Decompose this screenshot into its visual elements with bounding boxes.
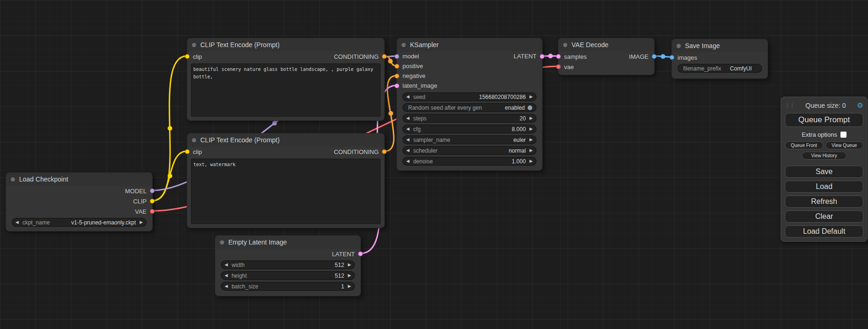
node-header[interactable]: Save Image: [672, 39, 768, 52]
queue-front-button[interactable]: Queue Front: [785, 141, 823, 149]
images-input-slot[interactable]: [670, 55, 674, 60]
latent-output-slot[interactable]: [540, 54, 544, 59]
latent-image-input-slot[interactable]: [395, 84, 399, 88]
node-header[interactable]: VAE Decode: [558, 38, 654, 51]
width-widget[interactable]: ◀ width 512 ▶: [221, 260, 355, 269]
decrement-arrow-icon[interactable]: ◀: [406, 148, 409, 153]
image-output-slot[interactable]: [652, 54, 656, 59]
clip-input-slot[interactable]: [185, 54, 190, 59]
steps-widget[interactable]: ◀ steps 20 ▶: [402, 114, 536, 123]
decrement-arrow-icon[interactable]: ◀: [406, 127, 409, 131]
decrement-arrow-icon[interactable]: ◀: [225, 263, 228, 267]
widget-value: 20: [520, 115, 526, 122]
refresh-button[interactable]: Refresh: [785, 196, 863, 208]
node-empty-latent-image[interactable]: Empty Latent Image LATENT ◀ width 512 ▶ …: [215, 235, 361, 296]
vae-input-slot[interactable]: [556, 64, 561, 69]
collapse-dot-icon[interactable]: [402, 43, 406, 47]
collapse-dot-icon[interactable]: [677, 44, 681, 48]
widget-name: filename_prefix: [683, 65, 721, 72]
extra-options-checkbox[interactable]: [840, 132, 847, 138]
slot-row: MODEL: [6, 186, 152, 196]
node-header[interactable]: Load Checkpoint: [6, 173, 152, 186]
random-seed-toggle-widget[interactable]: Random seed after every gen enabled: [402, 103, 536, 112]
collapse-dot-icon[interactable]: [192, 138, 196, 142]
sampler-name-widget[interactable]: ◀ sampler_name euler ▶: [402, 135, 536, 144]
conditioning-output-slot[interactable]: [382, 54, 387, 59]
positive-input-slot[interactable]: [395, 64, 399, 69]
widget-value: 1.000: [512, 158, 526, 165]
drag-handle-icon[interactable]: ⋮⋮: [785, 103, 794, 109]
decrement-arrow-icon[interactable]: ◀: [406, 95, 409, 99]
slot-label-model-output: MODEL: [125, 188, 147, 195]
node-clip-text-encode-negative[interactable]: CLIP Text Encode (Prompt) clip CONDITION…: [187, 133, 385, 228]
model-input-slot[interactable]: [395, 54, 399, 59]
increment-arrow-icon[interactable]: ▶: [529, 148, 533, 153]
node-clip-text-encode-positive[interactable]: CLIP Text Encode (Prompt) clip CONDITION…: [187, 38, 385, 121]
ckpt-name-widget[interactable]: ◀ ckpt_name v1-5-pruned-emaonly.ckpt ▶: [12, 218, 147, 227]
wire-midpoint-dot: [388, 111, 393, 116]
queue-panel[interactable]: ⋮⋮ Queue size: 0 ⚙ Queue Prompt Extra op…: [781, 97, 868, 242]
decrement-arrow-icon[interactable]: ◀: [406, 159, 409, 163]
slot-row: samples IMAGE: [558, 51, 654, 62]
toggle-dot-icon[interactable]: [528, 105, 532, 110]
collapse-dot-icon[interactable]: [563, 43, 567, 47]
seed-widget[interactable]: ◀ seed 156680208700286 ▶: [402, 92, 536, 101]
queue-prompt-button[interactable]: Queue Prompt: [785, 113, 863, 127]
prompt-textarea[interactable]: text, watermark: [191, 159, 381, 224]
decrement-arrow-icon[interactable]: ◀: [225, 273, 228, 278]
latent-output-slot[interactable]: [358, 252, 363, 256]
node-header[interactable]: CLIP Text Encode (Prompt): [187, 133, 384, 147]
load-button[interactable]: Load: [785, 181, 863, 193]
model-output-slot[interactable]: [150, 189, 155, 193]
node-ksampler[interactable]: KSampler model LATENT positive negative …: [396, 38, 543, 171]
conditioning-output-slot[interactable]: [382, 149, 387, 154]
node-title: Save Image: [685, 42, 720, 49]
node-title: CLIP Text Encode (Prompt): [200, 136, 280, 144]
decrement-arrow-icon[interactable]: ◀: [15, 220, 19, 224]
increment-arrow-icon[interactable]: ▶: [529, 127, 533, 131]
node-load-checkpoint[interactable]: Load Checkpoint MODEL CLIP VAE ◀ ckpt_na…: [6, 172, 153, 231]
cfg-widget[interactable]: ◀ cfg 8.000 ▶: [402, 125, 536, 133]
collapse-dot-icon[interactable]: [192, 43, 196, 47]
load-default-button[interactable]: Load Default: [785, 225, 863, 238]
prompt-textarea[interactable]: beautiful scenery nature glass bottle la…: [191, 63, 381, 117]
batch-size-widget[interactable]: ◀ batch_size 1 ▶: [221, 282, 355, 291]
filename-prefix-widget[interactable]: filename_prefix ComfyUI: [677, 64, 762, 73]
negative-input-slot[interactable]: [395, 74, 399, 78]
node-vae-decode[interactable]: VAE Decode samples IMAGE vae: [558, 38, 655, 75]
node-header[interactable]: Empty Latent Image: [215, 236, 360, 249]
save-button[interactable]: Save: [785, 166, 863, 178]
graph-canvas[interactable]: { "colors": { "model": "#B39DDB", "clip"…: [0, 0, 868, 329]
increment-arrow-icon[interactable]: ▶: [348, 273, 351, 278]
increment-arrow-icon[interactable]: ▶: [348, 284, 351, 288]
settings-gear-icon[interactable]: ⚙: [857, 101, 863, 110]
view-queue-button[interactable]: View Queue: [826, 141, 864, 149]
collapse-dot-icon[interactable]: [11, 177, 15, 182]
node-save-image[interactable]: Save Image images filename_prefix ComfyU…: [671, 39, 768, 79]
slot-label-negative-input: negative: [402, 72, 425, 79]
collapse-dot-icon[interactable]: [220, 240, 224, 245]
vae-output-slot[interactable]: [150, 209, 155, 214]
increment-arrow-icon[interactable]: ▶: [529, 116, 533, 120]
samples-input-slot[interactable]: [556, 54, 561, 59]
denoise-widget[interactable]: ◀ denoise 1.000 ▶: [402, 157, 536, 166]
increment-arrow-icon[interactable]: ▶: [140, 220, 143, 224]
slot-label-vae-output: VAE: [135, 208, 147, 215]
view-history-button[interactable]: View History: [802, 152, 847, 160]
increment-arrow-icon[interactable]: ▶: [529, 95, 533, 99]
increment-arrow-icon[interactable]: ▶: [348, 263, 351, 267]
clip-input-slot[interactable]: [185, 149, 190, 154]
increment-arrow-icon[interactable]: ▶: [529, 138, 533, 142]
decrement-arrow-icon[interactable]: ◀: [225, 284, 228, 288]
widget-name: height: [232, 273, 247, 279]
node-header[interactable]: KSampler: [397, 38, 542, 51]
node-header[interactable]: CLIP Text Encode (Prompt): [187, 38, 384, 51]
clear-button[interactable]: Clear: [785, 210, 863, 223]
decrement-arrow-icon[interactable]: ◀: [406, 138, 409, 142]
decrement-arrow-icon[interactable]: ◀: [406, 116, 409, 120]
increment-arrow-icon[interactable]: ▶: [529, 159, 533, 163]
slot-label-latent-output: LATENT: [514, 53, 536, 60]
scheduler-widget[interactable]: ◀ scheduler normal ▶: [402, 146, 536, 155]
clip-output-slot[interactable]: [150, 199, 155, 203]
height-widget[interactable]: ◀ height 512 ▶: [221, 271, 355, 280]
